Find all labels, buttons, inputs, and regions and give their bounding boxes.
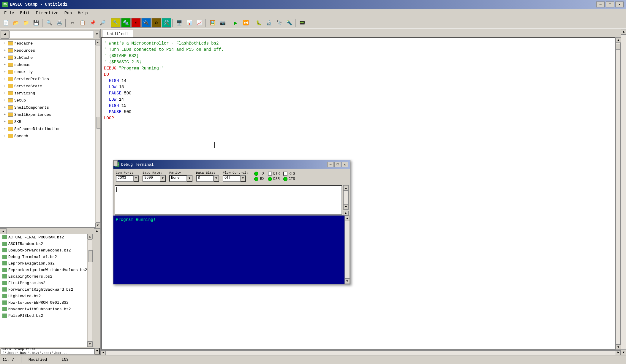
file-item[interactable]: EepromNavigation.bs2 [0,260,87,267]
stamp5-button[interactable]: ⚙️ [151,18,161,28]
file-item[interactable]: ForwardLeftRightBackward.bs2 [0,286,87,293]
copy-button[interactable]: 📋 [78,18,87,28]
id2-button[interactable]: 📊 [185,18,194,28]
file-filter[interactable]: BASIC Stamp files (*.bs1;*.bas;*.bs2;*.b… [0,347,100,355]
bottom-hscroll[interactable]: ◄ ► [101,350,621,355]
debug1-button[interactable]: 🐛 [254,18,264,28]
debug-minimize[interactable]: ─ [327,162,334,167]
run2-button[interactable]: 📷 [218,18,227,28]
file-item[interactable]: ACTUAL_FINAL_PROGRAM.bs2 [0,234,87,240]
parity-arrow[interactable]: ▼ [187,175,192,182]
tree-item[interactable]: + ServiceProfiles [0,75,95,83]
flow-control-arrow[interactable]: ▼ [241,175,246,182]
tree-item[interactable]: + ShellExperiences [0,111,95,118]
input-scroll-up[interactable]: ▲ [343,185,349,191]
tab-untitled1[interactable]: Untitled1 [102,30,133,37]
file-item[interactable]: FirstProgram.bs2 [0,280,87,286]
hscroll-right[interactable]: ► [616,350,621,355]
editor-scroll-up[interactable]: ▲ [616,37,621,43]
tree-scrollbar[interactable]: ▲ ▼ [95,40,100,228]
output-scroll-track[interactable] [344,221,350,278]
debug-hscroll-right[interactable]: ► [344,211,348,216]
file-scroll-up[interactable]: ▲ [87,234,93,239]
tree-item[interactable]: + servicing [0,90,95,97]
tree-item[interactable]: + SKB [0,118,95,125]
output-scroll-down[interactable]: ▼ [344,278,350,284]
flow-control-input[interactable]: Off [223,175,241,182]
save-button[interactable]: 💾 [31,18,41,28]
stamp6-button[interactable]: 🛠️ [162,18,171,28]
tree-item[interactable]: + Speech [0,132,95,140]
path-dropdown[interactable] [10,31,94,38]
menu-file[interactable]: File [1,10,17,16]
file-item[interactable]: How-to-use-EEPROM_0001.BS2 [0,299,87,306]
hscroll-track[interactable] [106,350,616,355]
id1-button[interactable]: 🖥️ [175,18,184,28]
stamp2-button[interactable]: 🔩 [121,18,131,28]
menu-directive[interactable]: Directive [33,10,61,16]
file-item[interactable]: Debug Terminal #1.bs2 [0,254,87,260]
tree-item[interactable]: + Setup [0,97,95,104]
id3-button[interactable]: 📈 [195,18,204,28]
outer-vscrollbar[interactable]: ▲ ▼ [621,29,626,355]
editor-vscrollbar[interactable]: ▲ ▼ [615,37,621,350]
file-item[interactable]: BoeBotForwardTenSeconds.bs2 [0,247,87,254]
data-bits-input[interactable]: 8 [196,175,214,182]
file-item[interactable]: EepromNavigationWithWordValues.bs2 [0,267,87,273]
file-scroll-track[interactable] [88,239,92,341]
file-filter-display[interactable]: BASIC Stamp files (*.bs1;*.bas;*.bs2;*.b… [1,348,94,354]
editor-scroll-track[interactable] [616,43,621,344]
input-scroll-track[interactable] [343,191,349,204]
file-item[interactable]: HighLowLed.bs2 [0,293,87,299]
com-port-arrow[interactable]: ▼ [134,175,139,182]
debug2-button[interactable]: 🔬 [264,18,274,28]
file-item[interactable]: ASCIIRandom.bs2 [0,240,87,247]
menu-run[interactable]: Run [61,10,75,16]
output-scroll-up[interactable]: ▲ [344,216,350,221]
input-vscroll[interactable]: ▲ ▼ [343,185,349,210]
tree-item[interactable]: + ServiceState [0,83,95,90]
file-scroll-down[interactable]: ▼ [87,341,93,347]
back-button[interactable]: ◄ [1,30,9,39]
input-scroll-down[interactable]: ▼ [343,204,349,210]
menu-edit[interactable]: Edit [17,10,33,16]
tree-item[interactable]: + schemas [0,61,95,68]
tree-item[interactable]: + SchCache [0,54,95,61]
cut-button[interactable]: ✂️ [68,18,77,28]
new-button[interactable]: 📄 [1,18,11,28]
file-item[interactable]: MovementWithSubroutines.bs2 [0,306,87,312]
stamp3-button[interactable]: ⚡ [131,18,141,28]
stamp4-button[interactable]: 🔌 [141,18,151,28]
zoom-button[interactable]: 🔍 [45,18,54,28]
editor-scroll-thumb[interactable] [616,44,620,50]
print-button[interactable]: 🖨️ [55,18,64,28]
stamp1-button[interactable]: 🔧 [111,18,121,28]
debug-input-area[interactable] [115,185,342,215]
find-button[interactable]: 🔎 [98,18,108,28]
extra-button[interactable]: 📟 [298,18,307,28]
com-port-input[interactable]: COM3 [116,175,134,182]
tree-item[interactable]: + ShellComponents [0,104,95,111]
tree-scroll-up[interactable]: ▲ [95,40,101,45]
parity-input[interactable]: None [169,175,187,182]
close-button[interactable]: ✕ [615,1,624,7]
tree-item[interactable]: + rescache [0,40,95,47]
play-button[interactable]: ▶ [231,18,241,28]
editor-scroll-down[interactable]: ▼ [616,344,621,350]
run1-button[interactable]: 🖼️ [208,18,217,28]
debug-close[interactable]: ✕ [342,162,348,167]
tree-scroll-down[interactable]: ▼ [95,223,101,228]
output-scroll-thumb[interactable] [113,160,118,166]
outer-scroll-down[interactable]: ▼ [621,350,626,355]
maximize-button[interactable]: □ [606,1,614,7]
minimize-button[interactable]: ─ [596,1,605,7]
path-dropdown-arrow[interactable]: ▼ [94,31,100,38]
debug3-button[interactable]: 🔭 [274,18,284,28]
file-item[interactable]: PulseP13Led.bs2 [0,312,87,319]
file-item[interactable]: EscapingCorners.bs2 [0,273,87,280]
file-scroll-thumb[interactable] [88,250,93,262]
file-filter-arrow[interactable]: ▼ [94,348,100,354]
debug-maximize[interactable]: □ [334,162,341,167]
baud-rate-input[interactable]: 9600 [143,175,160,182]
nav-right[interactable]: ► [94,228,100,234]
